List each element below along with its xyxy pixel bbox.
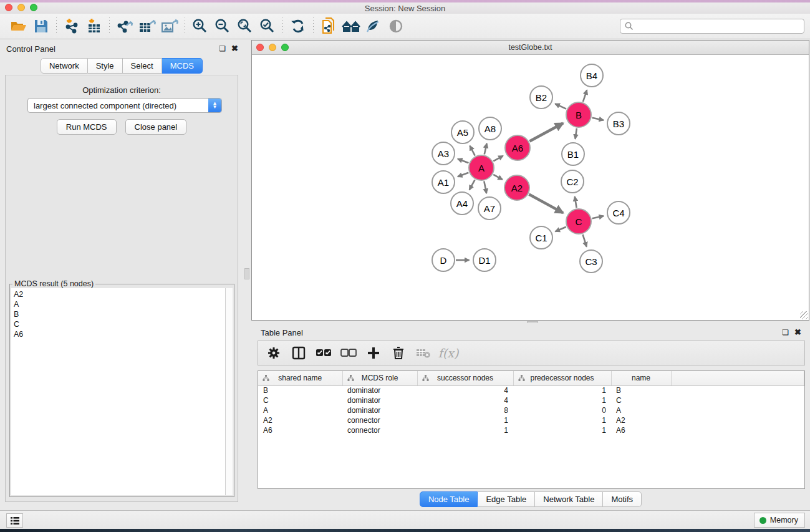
export-table-button[interactable] [136, 16, 158, 37]
cell-name[interactable]: B [611, 385, 671, 395]
result-item[interactable]: B [14, 309, 225, 319]
edge-A2-C[interactable] [529, 195, 563, 213]
table-row[interactable]: A2connector11A2 [258, 415, 804, 425]
run-mcds-button[interactable]: Run MCDS [57, 119, 117, 135]
cell-name[interactable]: A2 [611, 415, 671, 425]
cell-predecessor-nodes[interactable]: 1 [513, 385, 611, 395]
select-all-button[interactable] [314, 344, 333, 362]
edge-A-A7[interactable] [484, 181, 486, 193]
column-header-shared-name[interactable]: shared name [258, 371, 342, 385]
graph-node-C1[interactable]: C1 [529, 226, 553, 249]
search-input[interactable] [634, 22, 804, 31]
export-network-button[interactable] [113, 16, 136, 37]
new-network-from-selection-button[interactable] [317, 16, 340, 37]
graph-node-C4[interactable]: C4 [607, 201, 630, 225]
columns-button[interactable] [289, 344, 308, 362]
cell-MCDS-role[interactable]: connector [342, 415, 417, 425]
column-header-name[interactable]: name [611, 371, 671, 385]
cell-predecessor-nodes[interactable]: 1 [513, 425, 611, 435]
deselect-all-button[interactable] [339, 344, 358, 362]
result-scrollbar[interactable] [226, 288, 233, 495]
result-item[interactable]: A [14, 299, 225, 309]
import-table-button[interactable] [83, 16, 105, 37]
open-file-button[interactable] [7, 16, 30, 37]
column-header-successor-nodes[interactable]: successor nodes [417, 371, 513, 385]
table-row[interactable]: Adominator80A [258, 405, 804, 415]
edge-A6-B[interactable] [529, 123, 563, 142]
cell-predecessor-nodes[interactable]: 0 [513, 405, 611, 415]
delete-table-button[interactable] [414, 344, 433, 362]
function-builder-button[interactable]: f(x) [439, 344, 458, 362]
edge-A-A1[interactable] [458, 173, 468, 177]
tab-edge-table[interactable]: Edge Table [478, 491, 535, 507]
edge-C-C3[interactable] [583, 235, 587, 247]
graph-node-B[interactable]: B [566, 102, 592, 128]
zoom-out-button[interactable] [211, 16, 234, 37]
cell-name[interactable]: C [611, 395, 671, 405]
graph-node-A5[interactable]: A5 [451, 120, 475, 144]
cell-name[interactable]: A [611, 405, 671, 415]
search-field[interactable] [620, 19, 804, 34]
close-panel-button[interactable]: Close panel [125, 119, 187, 135]
cell-shared-name[interactable]: C [258, 395, 342, 405]
close-table-panel-icon[interactable]: ✖ [794, 327, 801, 337]
result-item[interactable]: C [14, 319, 225, 329]
edge-A-A4[interactable] [470, 180, 475, 190]
cell-successor-nodes[interactable]: 1 [417, 425, 513, 435]
cell-shared-name[interactable]: A6 [258, 425, 342, 435]
result-item[interactable]: A2 [14, 289, 225, 299]
first-neighbors-button[interactable] [340, 16, 362, 37]
cell-name[interactable]: A6 [611, 425, 671, 435]
cell-shared-name[interactable]: A2 [258, 415, 342, 425]
save-session-button[interactable] [30, 16, 52, 37]
cell-successor-nodes[interactable]: 8 [417, 405, 513, 415]
hide-graphics-button[interactable] [362, 16, 385, 37]
edge-B-B1[interactable] [575, 128, 576, 139]
network-canvas[interactable]: B4B2BB3A5A8A6B1A3AC2A1A2A4A7C4CC1DD1C3 [252, 55, 809, 320]
graph-node-A[interactable]: A [468, 155, 494, 181]
edge-A-A6[interactable] [493, 156, 503, 162]
graph-node-C3[interactable]: C3 [579, 249, 603, 273]
export-image-button[interactable] [158, 16, 181, 37]
table-row[interactable]: Bdominator41B [258, 385, 804, 395]
graph-node-B1[interactable]: B1 [561, 142, 585, 166]
node-table[interactable]: shared nameMCDS rolesuccessor nodesprede… [258, 370, 805, 489]
column-header-MCDS-role[interactable]: MCDS role [342, 371, 417, 385]
vertical-split-handle[interactable] [244, 268, 249, 279]
show-graphics-button[interactable] [385, 16, 407, 37]
graph-node-D[interactable]: D [432, 248, 455, 272]
tab-motifs[interactable]: Motifs [603, 491, 642, 507]
cell-MCDS-role[interactable]: dominator [342, 395, 417, 405]
edge-C-C4[interactable] [592, 216, 603, 218]
edge-C-C2[interactable] [575, 196, 577, 208]
result-item[interactable]: A6 [14, 329, 225, 339]
mcds-result-list[interactable]: A2ABCA6 [11, 288, 226, 495]
column-header-predecessor-nodes[interactable]: predecessor nodes [513, 371, 611, 385]
graph-node-A3[interactable]: A3 [432, 142, 455, 165]
graph-node-A2[interactable]: A2 [504, 175, 530, 201]
edge-A-A5[interactable] [470, 146, 475, 156]
graph-node-A6[interactable]: A6 [504, 135, 531, 161]
cell-predecessor-nodes[interactable]: 1 [513, 395, 611, 405]
table-row[interactable]: A6connector11A6 [258, 425, 804, 435]
cell-shared-name[interactable]: A [258, 405, 342, 415]
cell-successor-nodes[interactable]: 1 [417, 415, 513, 425]
zoom-in-button[interactable] [189, 16, 211, 37]
task-history-button[interactable] [6, 513, 23, 528]
graph-node-B4[interactable]: B4 [580, 64, 604, 87]
zoom-fit-button[interactable] [234, 16, 256, 37]
graph-node-B2[interactable]: B2 [529, 85, 553, 109]
edge-B-B3[interactable] [592, 118, 603, 120]
edge-A-A2[interactable] [493, 175, 503, 180]
edge-C-C1[interactable] [556, 227, 566, 231]
zoom-selected-button[interactable] [256, 16, 279, 37]
edge-A-A3[interactable] [458, 159, 468, 163]
tab-select[interactable]: Select [123, 58, 162, 74]
cell-predecessor-nodes[interactable]: 1 [513, 415, 611, 425]
tab-network[interactable]: Network [41, 58, 88, 74]
import-network-button[interactable] [60, 16, 83, 37]
cell-MCDS-role[interactable]: dominator [342, 385, 417, 395]
graph-node-D1[interactable]: D1 [473, 248, 496, 272]
edge-B-B4[interactable] [583, 90, 587, 102]
tab-mcds[interactable]: MCDS [162, 58, 203, 74]
